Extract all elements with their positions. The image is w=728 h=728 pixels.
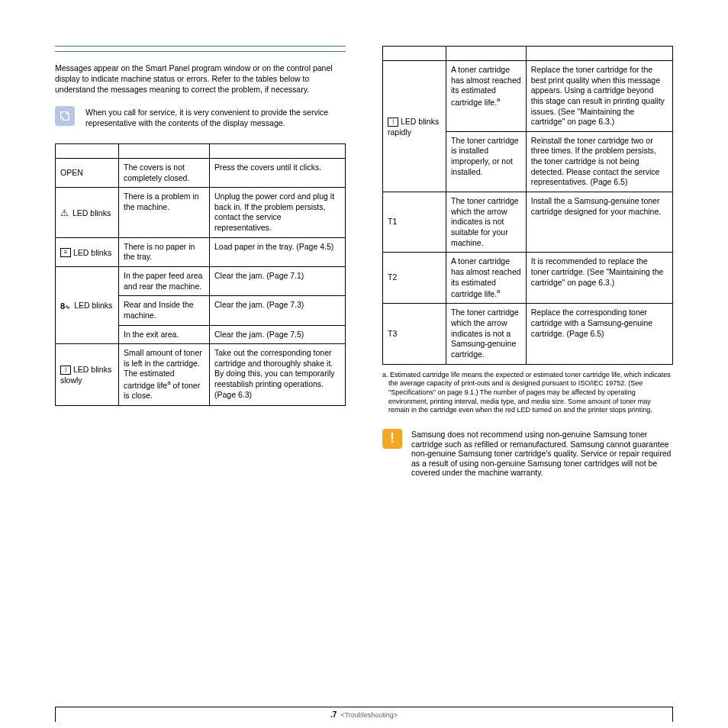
- note-text: When you call for service, it is very co…: [85, 106, 346, 128]
- note-icon: [55, 106, 75, 126]
- led-sub: slowly: [60, 375, 114, 386]
- led-label: LED blinks: [401, 117, 439, 127]
- meaning-cell: In the exit area.: [119, 325, 210, 344]
- table-row: T3The toner cartridge which the arrow in…: [383, 304, 673, 364]
- table-row: ⁞LED blinksrapidlyA toner cartridge has …: [383, 61, 673, 132]
- table-row: T1The toner cartridge which the arrow in…: [383, 192, 673, 253]
- table-row: ⁞LED blinksslowlySmall amount of toner i…: [56, 344, 346, 406]
- meaning-cell: Small amount of toner is left in the car…: [119, 344, 210, 406]
- solution-cell: Take out the corresponding toner cartrid…: [210, 344, 346, 406]
- messages-table-left: OPENThe covers is not completely closed.…: [55, 143, 346, 406]
- paper-led-icon: ≡: [60, 248, 71, 257]
- led-label: LED blinks: [74, 301, 112, 311]
- solution-cell: Clear the jam. (Page 7.5): [210, 325, 346, 344]
- meaning-cell: Rear and Inside the machine.: [119, 296, 210, 325]
- heading-rule-2: [55, 51, 346, 52]
- solution-cell: Replace the corresponding toner cartridg…: [526, 304, 672, 364]
- meaning-cell: The toner cartridge which the arrow indi…: [446, 304, 527, 364]
- table-row: T2A toner cartridge has almost reached i…: [383, 253, 673, 304]
- meaning-cell: The toner cartridge which the arrow indi…: [446, 192, 527, 253]
- meaning-cell: A toner cartridge has almost reached its…: [446, 61, 527, 132]
- meaning-cell: In the paper feed area and rear the mach…: [119, 266, 210, 295]
- toner-led-icon: ⁞: [60, 366, 71, 375]
- display-cell: 8∿LED blinks: [56, 266, 119, 343]
- meaning-cell: The toner cartridge is installed imprope…: [446, 131, 527, 192]
- left-column: Messages appear on the Smart Panel progr…: [55, 46, 346, 478]
- footnote-a: a. Estimated cartridge life means the ex…: [382, 371, 673, 415]
- jam-led-icon: 8∿: [60, 301, 70, 311]
- page-footer: .7 <Troubleshooting>: [55, 707, 673, 722]
- warning-text: Samsung does not recommend using non-gen…: [411, 429, 673, 478]
- messages-table-right: ⁞LED blinksrapidlyA toner cartridge has …: [382, 46, 673, 365]
- solution-cell: It is recommended to replace the toner c…: [526, 253, 672, 304]
- warning-icon: !: [382, 429, 402, 449]
- solution-cell: Unplug the power cord and plug it back i…: [210, 188, 346, 238]
- led-sub: rapidly: [388, 127, 441, 138]
- led-label: LED blinks: [72, 208, 111, 219]
- display-cell: T3: [383, 304, 446, 364]
- warning-callout: ! Samsung does not recommend using non-g…: [382, 429, 673, 478]
- meaning-cell: There is a problem in the machine.: [119, 188, 210, 238]
- meaning-cell: The covers is not completely closed.: [119, 158, 210, 187]
- meaning-cell: There is no paper in the tray.: [119, 237, 210, 266]
- display-cell: OPEN: [56, 158, 119, 187]
- table-row: ≡LED blinksThere is no paper in the tray…: [56, 237, 346, 266]
- led-label: LED blinks: [73, 248, 111, 259]
- solution-cell: Clear the jam. (Page 7.3): [210, 296, 346, 325]
- display-cell: ≡LED blinks: [56, 237, 119, 266]
- solution-cell: Install the a Samsung-genuine toner cart…: [526, 192, 672, 253]
- table-row: 8∿LED blinksIn the paper feed area and r…: [56, 266, 346, 295]
- solution-cell: Load paper in the tray. (Page 4.5): [210, 237, 346, 266]
- solution-cell: Reinstall the toner cartridge two or thr…: [526, 131, 672, 192]
- warning-triangle-icon: ⚠: [60, 208, 69, 220]
- page-number: .7: [330, 710, 337, 719]
- display-cell: ⁞LED blinksslowly: [56, 344, 119, 406]
- solution-cell: Replace the toner cartridge for the best…: [526, 61, 672, 132]
- display-cell: ⁞LED blinksrapidly: [383, 61, 446, 192]
- table-row: ⚠LED blinksThere is a problem in the mac…: [56, 188, 346, 238]
- display-cell: ⚠LED blinks: [56, 188, 119, 238]
- right-column: ⁞LED blinksrapidlyA toner cartridge has …: [382, 46, 673, 478]
- display-cell: T2: [383, 253, 446, 304]
- toner-led-icon: ⁞: [388, 118, 398, 127]
- footer-section: <Troubleshooting>: [340, 711, 398, 719]
- intro-text: Messages appear on the Smart Panel progr…: [55, 63, 346, 95]
- heading-rule-1: [55, 46, 346, 47]
- display-cell: T1: [383, 192, 446, 253]
- solution-cell: Clear the jam. (Page 7.1): [210, 266, 346, 295]
- led-label: LED blinks: [73, 365, 111, 375]
- note-callout: When you call for service, it is very co…: [55, 106, 346, 128]
- solution-cell: Press the covers until it clicks.: [210, 158, 346, 187]
- table-row: OPENThe covers is not completely closed.…: [56, 158, 346, 187]
- meaning-cell: A toner cartridge has almost reached its…: [446, 253, 527, 304]
